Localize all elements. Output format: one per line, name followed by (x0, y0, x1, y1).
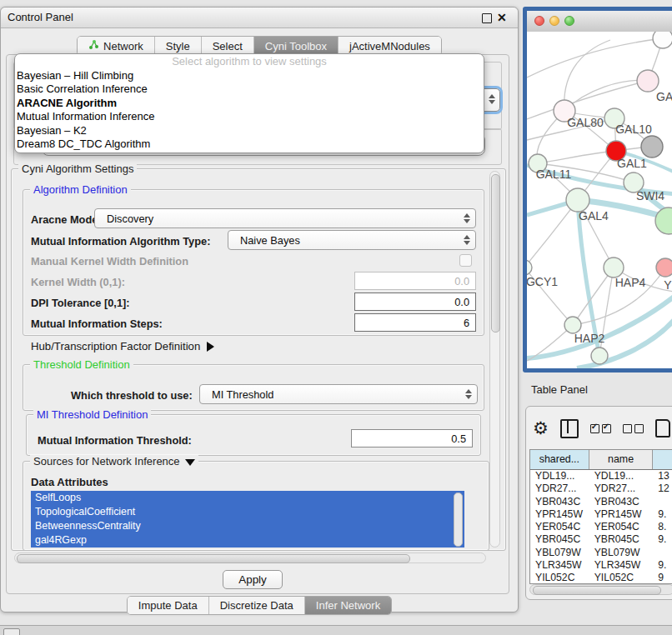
algorithm-option-bayesian-hill-climbing[interactable]: Bayesian – Hill Climbing (15, 69, 484, 82)
settings-vertical-scrollbar[interactable] (489, 171, 500, 548)
node-GAL4-label: GAL4 (579, 209, 609, 222)
network-window-titlebar[interactable] (527, 11, 672, 32)
column-header-name[interactable]: name (589, 450, 654, 469)
tab-discretize-data[interactable]: Discretize Data (209, 597, 305, 614)
algorithm-option-bayesian-k2[interactable]: Bayesian – K2 (15, 124, 484, 138)
table-row[interactable]: YPR145WYPR145W9. (530, 508, 672, 521)
dpi-tolerance-field[interactable] (354, 292, 476, 311)
table-row[interactable]: YDR27...YDR27...12 (530, 482, 672, 495)
table-cell: YLR345W (589, 559, 653, 572)
table-cell: YDR27... (530, 482, 589, 495)
collapsed-panel-button[interactable] (3, 628, 20, 635)
node-GAL4[interactable] (566, 188, 589, 212)
tab-network[interactable]: Network (78, 37, 155, 55)
table-cell: 12 (653, 482, 672, 495)
node-top[interactable] (653, 32, 672, 48)
sources-title[interactable]: Sources for Network Inference (30, 455, 198, 468)
node-HAP2[interactable] (564, 317, 581, 333)
table-cell: YDR27... (589, 482, 653, 495)
table-cell: YBR043C (589, 496, 653, 508)
tab-jactivemnodules[interactable]: jActiveMNodules (339, 37, 441, 55)
column-header-shared[interactable]: shared... (530, 450, 589, 469)
node-bottom[interactable] (591, 348, 608, 364)
network-edge[interactable] (564, 80, 648, 111)
tab-select[interactable]: Select (202, 37, 254, 55)
table-row[interactable]: YBR045CYBR045C9. (530, 533, 672, 546)
tab-label: Infer Network (316, 599, 380, 612)
tab-infer-network[interactable]: Infer Network (305, 597, 391, 614)
algorithm-option-mutual-information-inference[interactable]: Mutual Information Inference (15, 110, 484, 123)
which-threshold-select[interactable]: MI Threshold (199, 384, 478, 404)
algorithm-option-basic-correlation-inference[interactable]: Basic Correlation Inference (15, 82, 484, 96)
hub-definition-toggle[interactable]: Hub/Transcription Factor Definition (31, 340, 214, 352)
attribute-item-betweennesscentrality[interactable]: BetweennessCentrality (31, 519, 464, 533)
network-canvas[interactable]: GALGAL80GAL10GAL1GAL11SWI4GAL4GCY1HAP4YH… (527, 32, 672, 368)
mi-threshold-field[interactable] (351, 429, 473, 448)
table-row[interactable]: YBL079WYBL079W (530, 547, 672, 559)
settings-horizontal-scrollbar[interactable] (14, 552, 486, 563)
node-GAL11-label: GAL11 (536, 168, 572, 181)
data-attributes-list: SelfLoopsTopologicalCoefficientBetweenne… (31, 491, 464, 548)
algorithm-option-aracne-algorithm[interactable]: ARACNE Algorithm (15, 97, 484, 110)
table-cell: 9. (653, 508, 672, 521)
minimize-traffic-light[interactable] (549, 16, 559, 26)
zoom-traffic-light[interactable] (564, 16, 574, 26)
list-scrollbar[interactable] (454, 492, 463, 547)
tab-style[interactable]: Style (155, 37, 202, 55)
table-cell: YBL079W (530, 547, 589, 559)
attribute-item-gal4rgexp[interactable]: gal4RGexp (31, 533, 464, 548)
kernel-width-label: Kernel Width (0,1): (31, 276, 125, 288)
aracne-mode-select[interactable]: Discovery (94, 208, 476, 228)
table-horizontal-scrollbar[interactable] (529, 584, 672, 595)
cyni-mode-tabs: Impute DataDiscretize DataInfer Network (127, 596, 392, 615)
window-title: Control Panel (8, 11, 73, 23)
close-traffic-light[interactable] (534, 16, 544, 26)
mi-steps-label: Mutual Information Steps: (31, 318, 163, 330)
columns-icon[interactable] (560, 419, 579, 438)
network-view-window: GALGAL80GAL10GAL1GAL11SWI4GAL4GCY1HAP4YH… (523, 7, 672, 372)
node-green-bright[interactable] (655, 208, 672, 234)
node-gal-partial[interactable] (637, 70, 659, 92)
kernel-width-field[interactable] (354, 272, 476, 290)
node-gal-partial-label: GAL (656, 90, 672, 103)
export-table-icon[interactable] (655, 419, 670, 438)
apply-button[interactable]: Apply (223, 570, 283, 589)
manual-kernel-checkbox[interactable] (459, 254, 472, 267)
attribute-item-selfloops[interactable]: SelfLoops (31, 491, 464, 505)
gear-icon[interactable]: ⚙ (533, 419, 549, 438)
tab-impute-data[interactable]: Impute Data (128, 597, 209, 614)
combo-arrows-icon (465, 389, 472, 399)
mi-type-select[interactable]: Naive Bayes (228, 230, 476, 250)
table-row[interactable]: YER054CYER054C8. (530, 521, 672, 533)
network-edge[interactable] (564, 40, 610, 111)
column-header-2[interactable] (653, 450, 672, 469)
control-panel-titlebar[interactable]: Control Panel ✕ (1, 8, 518, 28)
select-all-icon[interactable] (590, 424, 611, 433)
node-HAP4-label: HAP4 (615, 276, 646, 289)
node-gray[interactable] (641, 136, 663, 158)
table-row[interactable]: YDL19...YDL19...13 (530, 470, 672, 482)
table-row[interactable]: YLR345WYLR345W9. (530, 559, 672, 572)
network-edge[interactable] (527, 81, 648, 119)
close-icon[interactable]: ✕ (497, 10, 507, 25)
deselect-all-icon[interactable] (623, 424, 644, 433)
expanded-arrow-icon (185, 459, 195, 466)
tab-label: Cyni Toolbox (265, 40, 327, 52)
node-GCY1[interactable] (527, 260, 532, 275)
table-row[interactable]: YBR043CYBR043C (530, 496, 672, 508)
table-row[interactable]: YIL052CYIL052C9 (530, 572, 672, 584)
network-icon (88, 39, 99, 52)
network-edge[interactable] (527, 200, 578, 268)
tab-cyni-toolbox[interactable]: Cyni Toolbox (254, 37, 339, 55)
float-window-icon[interactable] (482, 13, 492, 23)
table-cell: YIL052C (589, 572, 653, 584)
node-GCY1-label: GCY1 (527, 275, 558, 288)
node-salmon[interactable] (656, 258, 672, 277)
attribute-item-topologicalcoefficient[interactable]: TopologicalCoefficient (31, 505, 464, 519)
mi-steps-field[interactable] (354, 313, 476, 332)
aracne-mode-value: Discovery (107, 212, 153, 225)
network-edge[interactable] (538, 151, 616, 163)
algorithm-option-dream8-dc-tdc-algorithm[interactable]: Dream8 DC_TDC Algorithm (15, 138, 484, 151)
table-cell: YER054C (530, 521, 589, 533)
node-HAP4[interactable] (604, 258, 624, 278)
